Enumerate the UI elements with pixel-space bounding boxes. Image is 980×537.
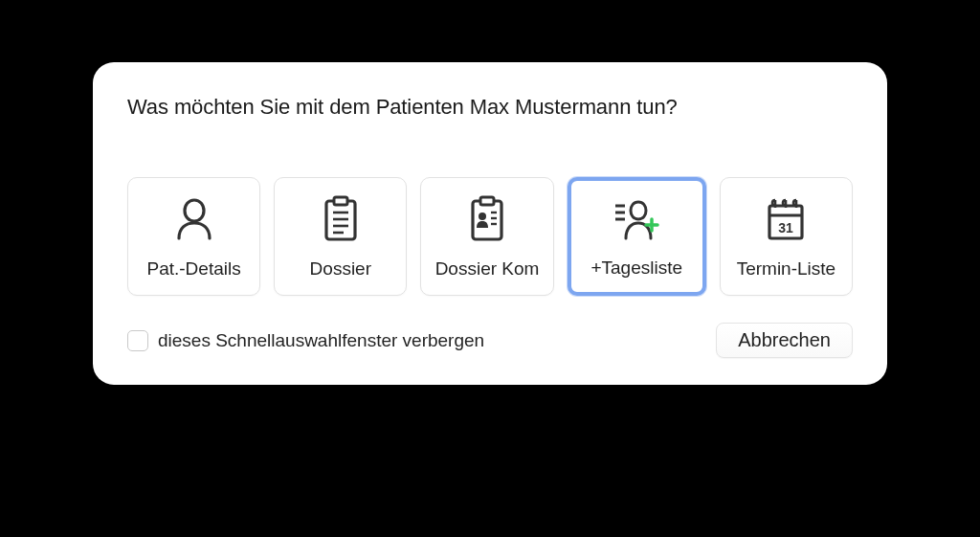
option-label: Pat.-Details <box>147 258 241 280</box>
dialog-footer: dieses Schnellauswahlfenster verbergen A… <box>127 323 853 358</box>
person-add-list-icon <box>610 195 663 247</box>
options-row: Pat.-Details Dossier <box>127 177 853 296</box>
checkbox-label: dieses Schnellauswahlfenster verbergen <box>158 330 484 351</box>
option-label: Dossier <box>310 258 371 280</box>
clipboard-icon <box>321 193 361 245</box>
option-dossier[interactable]: Dossier <box>274 177 407 296</box>
option-patient-details[interactable]: Pat.-Details <box>127 177 260 296</box>
option-dossier-kom[interactable]: Dossier Kom <box>420 177 553 296</box>
svg-rect-7 <box>480 197 494 205</box>
option-label: +Tagesliste <box>590 257 682 279</box>
calendar-icon: 31 <box>764 193 808 245</box>
option-termin-liste[interactable]: 31 Termin-Liste <box>720 177 853 296</box>
person-icon <box>173 193 215 245</box>
quick-action-dialog: Was möchten Sie mit dem Patienten Max Mu… <box>93 62 887 385</box>
checkbox-box-icon <box>127 330 148 351</box>
svg-text:31: 31 <box>779 220 794 235</box>
svg-point-8 <box>479 213 486 220</box>
cancel-button[interactable]: Abbrechen <box>716 323 853 358</box>
hide-quickselect-checkbox[interactable]: dieses Schnellauswahlfenster verbergen <box>127 330 484 351</box>
option-label: Dossier Kom <box>435 258 540 280</box>
dialog-title: Was möchten Sie mit dem Patienten Max Mu… <box>127 95 853 120</box>
svg-rect-6 <box>473 201 501 239</box>
clipboard-person-icon <box>467 193 507 245</box>
option-tagesliste[interactable]: +Tagesliste <box>568 177 706 296</box>
option-label: Termin-Liste <box>737 258 835 280</box>
svg-rect-1 <box>334 197 347 205</box>
